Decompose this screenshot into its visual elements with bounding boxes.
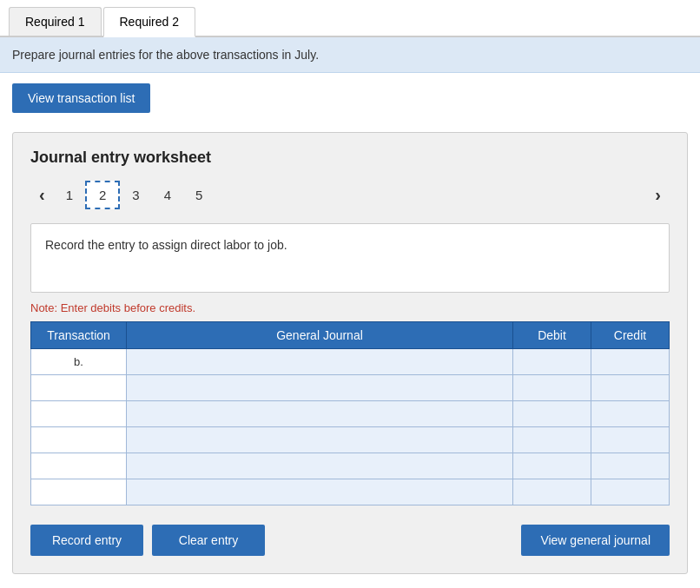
tab-required1[interactable]: Required 1 <box>9 7 102 36</box>
prev-page-button[interactable]: ‹ <box>30 182 54 208</box>
debit-cell[interactable] <box>513 349 591 375</box>
tabs-bar: Required 1 Required 2 <box>0 0 700 37</box>
instruction-box: Record the entry to assign direct labor … <box>30 223 670 293</box>
credit-input[interactable] <box>591 453 669 479</box>
journal-input[interactable] <box>127 375 512 400</box>
table-row: b. <box>31 349 670 375</box>
page-1-button[interactable]: 1 <box>54 182 85 208</box>
credit-input[interactable] <box>591 349 669 374</box>
view-general-journal-button[interactable]: View general journal <box>521 525 670 556</box>
table-row <box>31 375 670 401</box>
col-header-debit: Debit <box>513 322 591 349</box>
page-5-button[interactable]: 5 <box>183 182 215 208</box>
col-header-credit: Credit <box>591 322 670 349</box>
journal-cell[interactable] <box>127 375 513 401</box>
worksheet-title: Journal entry worksheet <box>30 149 670 167</box>
credit-cell[interactable] <box>591 427 670 453</box>
tab-required2[interactable]: Required 2 <box>103 7 196 37</box>
credit-cell[interactable] <box>591 349 670 375</box>
journal-input[interactable] <box>127 479 512 505</box>
debit-input[interactable] <box>513 479 591 505</box>
journal-cell[interactable] <box>127 427 513 453</box>
journal-cell[interactable] <box>127 401 513 427</box>
table-row <box>31 453 670 479</box>
transaction-cell <box>31 375 127 401</box>
note-text: Note: Enter debits before credits. <box>30 301 670 314</box>
debit-input[interactable] <box>513 401 591 426</box>
journal-cell[interactable] <box>127 453 513 479</box>
next-page-button[interactable]: › <box>646 182 670 208</box>
worksheet-container: Journal entry worksheet ‹ 1 2 3 4 5 › Re… <box>12 132 688 574</box>
table-row <box>31 427 670 453</box>
info-bar: Prepare journal entries for the above tr… <box>0 37 700 73</box>
journal-table: Transaction General Journal Debit Credit… <box>30 321 670 505</box>
debit-cell[interactable] <box>513 401 591 427</box>
transaction-cell <box>31 427 127 453</box>
action-bar: View transaction list <box>0 73 700 123</box>
button-spacer <box>274 525 512 556</box>
record-entry-button[interactable]: Record entry <box>30 525 143 556</box>
page-2-button[interactable]: 2 <box>85 181 120 209</box>
credit-input[interactable] <box>591 375 669 400</box>
credit-cell[interactable] <box>591 401 670 427</box>
view-transaction-button[interactable]: View transaction list <box>12 83 150 113</box>
journal-cell[interactable] <box>127 479 513 505</box>
debit-cell[interactable] <box>513 453 591 479</box>
credit-cell[interactable] <box>591 479 670 505</box>
pagination: ‹ 1 2 3 4 5 › <box>30 181 670 209</box>
journal-cell[interactable] <box>127 349 513 375</box>
credit-input[interactable] <box>591 479 669 505</box>
credit-cell[interactable] <box>591 453 670 479</box>
col-header-transaction: Transaction <box>31 322 127 349</box>
info-text: Prepare journal entries for the above tr… <box>12 48 319 62</box>
clear-entry-button[interactable]: Clear entry <box>152 525 265 556</box>
page-4-button[interactable]: 4 <box>152 182 183 208</box>
table-row <box>31 401 670 427</box>
credit-input[interactable] <box>591 401 669 426</box>
credit-input[interactable] <box>591 427 669 453</box>
instruction-text: Record the entry to assign direct labor … <box>45 238 287 252</box>
transaction-cell <box>31 401 127 427</box>
debit-cell[interactable] <box>513 375 591 401</box>
credit-cell[interactable] <box>591 375 670 401</box>
col-header-general-journal: General Journal <box>127 322 513 349</box>
transaction-cell <box>31 479 127 505</box>
debit-input[interactable] <box>513 375 591 400</box>
debit-cell[interactable] <box>513 479 591 505</box>
journal-input[interactable] <box>127 427 512 453</box>
debit-input[interactable] <box>513 427 591 453</box>
journal-input[interactable] <box>127 349 512 374</box>
debit-input[interactable] <box>513 453 591 479</box>
journal-input[interactable] <box>127 453 512 479</box>
debit-cell[interactable] <box>513 427 591 453</box>
debit-input[interactable] <box>513 349 591 374</box>
journal-input[interactable] <box>127 401 512 426</box>
table-row <box>31 479 670 505</box>
page-3-button[interactable]: 3 <box>120 182 151 208</box>
bottom-buttons: Record entry Clear entry View general jo… <box>30 521 670 556</box>
transaction-cell: b. <box>31 349 127 375</box>
transaction-cell <box>31 453 127 479</box>
